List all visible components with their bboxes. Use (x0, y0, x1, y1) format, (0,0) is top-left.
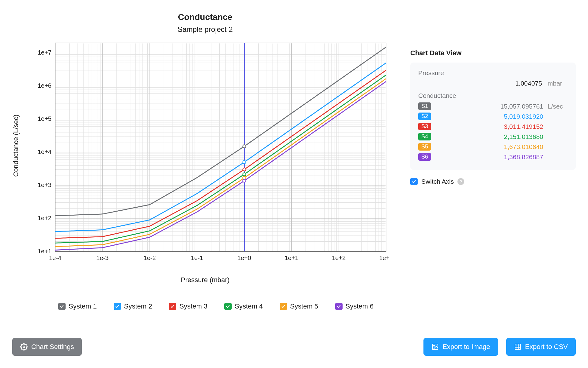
export-image-label: Export to Image (442, 343, 490, 351)
svg-text:1e+0: 1e+0 (237, 255, 251, 261)
series-value: 1,368.826887 (431, 153, 548, 161)
data-view-heading: Chart Data View (410, 49, 576, 57)
svg-point-144 (434, 345, 434, 346)
legend-item[interactable]: System 2 (114, 302, 152, 310)
data-view-row: S6 1,368.826887 (418, 153, 568, 161)
svg-text:1e-3: 1e-3 (96, 255, 108, 261)
legend-swatch (169, 303, 176, 310)
pressure-value: 1.004075 (481, 80, 542, 87)
x-axis-label: Pressure (mbar) (12, 276, 398, 284)
switch-axis-label: Switch Axis (421, 178, 454, 185)
export-csv-label: Export to CSV (525, 343, 568, 351)
export-csv-button[interactable]: Export to CSV (506, 338, 576, 356)
chart-title: Conductance (12, 12, 398, 22)
svg-text:1e-4: 1e-4 (49, 255, 61, 261)
conductance-label: Conductance (418, 92, 568, 99)
pressure-unit: mbar (548, 80, 568, 87)
legend-item[interactable]: System 6 (335, 302, 374, 310)
svg-rect-119 (55, 43, 386, 251)
data-view-row: S1 15,057.095761 L/sec (418, 102, 568, 110)
legend-item[interactable]: System 1 (58, 302, 97, 310)
chart-settings-label: Chart Settings (31, 343, 74, 351)
series-unit: L/sec (548, 103, 568, 110)
series-badge: S2 (418, 113, 431, 120)
legend-item[interactable]: System 5 (280, 302, 318, 310)
series-value: 5,019.031920 (431, 113, 548, 120)
svg-text:1e+4: 1e+4 (37, 148, 51, 155)
svg-text:1e+3: 1e+3 (37, 182, 51, 188)
svg-point-139 (243, 173, 246, 176)
series-badge: S5 (418, 143, 431, 151)
svg-text:1e+3: 1e+3 (379, 255, 389, 261)
switch-axis-checkbox[interactable] (410, 178, 418, 185)
legend-label: System 6 (346, 302, 374, 310)
pressure-label: Pressure (418, 69, 568, 77)
svg-text:1e+5: 1e+5 (37, 115, 51, 122)
legend-swatch (114, 303, 121, 310)
series-badge: S4 (418, 133, 431, 140)
data-view-row: S4 2,151.013680 (418, 133, 568, 140)
table-icon (514, 343, 522, 351)
data-view-row: S3 3,011.419152 (418, 123, 568, 130)
svg-text:1e-2: 1e-2 (143, 255, 156, 261)
help-icon[interactable]: ? (457, 178, 464, 185)
legend-label: System 1 (69, 302, 97, 310)
legend-swatch (335, 303, 343, 310)
legend: System 1System 2System 3System 4System 5… (58, 302, 398, 310)
svg-text:1e-1: 1e-1 (191, 255, 203, 261)
svg-rect-145 (515, 344, 521, 350)
svg-point-141 (243, 179, 246, 182)
data-view-row: S5 1,673.010640 (418, 143, 568, 151)
series-value: 3,011.419152 (431, 123, 548, 130)
legend-swatch (280, 303, 287, 310)
legend-swatch (224, 303, 232, 310)
chart-subtitle: Sample project 2 (12, 25, 398, 34)
legend-label: System 3 (179, 302, 207, 310)
export-image-button[interactable]: Export to Image (423, 338, 498, 356)
y-axis-label: Conductance (L/sec) (12, 115, 20, 177)
legend-item[interactable]: System 4 (224, 302, 263, 310)
legend-label: System 5 (290, 302, 318, 310)
series-badge: S3 (418, 123, 431, 130)
series-value: 15,057.095761 (431, 103, 548, 110)
data-view-panel: Pressure 1.004075 mbar Conductance S1 15… (410, 63, 576, 170)
svg-text:1e+7: 1e+7 (37, 49, 51, 56)
data-view-row: S2 5,019.031920 (418, 113, 568, 120)
svg-point-138 (243, 168, 246, 171)
chart-settings-button[interactable]: Chart Settings (12, 338, 82, 356)
legend-label: System 2 (124, 302, 152, 310)
svg-text:1e+1: 1e+1 (284, 255, 298, 261)
series-badge: S1 (418, 102, 431, 110)
gear-icon (20, 343, 28, 351)
svg-text:1e+2: 1e+2 (332, 255, 346, 261)
svg-text:1e+2: 1e+2 (37, 215, 51, 221)
image-icon (431, 343, 439, 351)
series-value: 2,151.013680 (431, 133, 548, 140)
legend-swatch (58, 303, 66, 310)
svg-point-136 (243, 145, 246, 148)
legend-item[interactable]: System 3 (169, 302, 207, 310)
series-value: 1,673.010640 (431, 143, 548, 151)
svg-point-142 (23, 346, 25, 348)
series-badge: S6 (418, 153, 431, 161)
svg-point-137 (243, 161, 246, 164)
legend-label: System 4 (235, 302, 263, 310)
svg-text:1e+6: 1e+6 (37, 82, 51, 89)
svg-text:1e+1: 1e+1 (37, 248, 51, 255)
plot-area[interactable]: Conductance (L/sec) 1e-41e-31e-21e-11e+0… (25, 41, 386, 250)
